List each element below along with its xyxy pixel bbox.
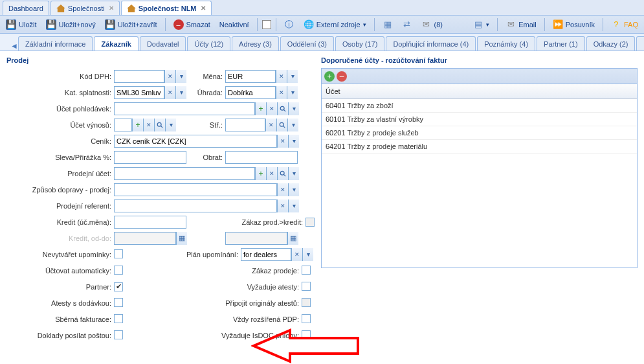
add-row-button[interactable]: + <box>324 71 335 82</box>
tab-supplier[interactable]: Dodavatel <box>140 36 186 51</box>
grid-row[interactable]: 64201 Tržby z prodeje materiálu <box>322 140 637 154</box>
search-icon[interactable] <box>277 167 288 180</box>
scroll-left-button[interactable]: ◄ <box>10 41 18 51</box>
tab-addresses[interactable]: Adresy (3) <box>232 36 279 51</box>
chevron-down-icon[interactable] <box>288 199 299 212</box>
tab-notes[interactable]: Poznámky (4) <box>477 36 535 51</box>
currency-combo[interactable] <box>225 70 276 83</box>
lookup-icon[interactable] <box>132 119 143 131</box>
lookup-icon[interactable] <box>255 102 266 115</box>
column-header-account[interactable]: Účet <box>326 87 340 95</box>
clear-icon[interactable] <box>291 248 302 261</box>
chevron-down-icon[interactable] <box>287 86 298 99</box>
module-tab-companies[interactable]: Společnosti ✕ <box>50 1 120 15</box>
tab-extra-info[interactable]: Doplňující informace (4) <box>386 36 476 51</box>
due-category-combo[interactable] <box>114 86 164 99</box>
grid-button[interactable]: ▦ <box>379 18 396 31</box>
remove-row-button[interactable]: – <box>337 71 347 82</box>
require-certs-checkbox[interactable] <box>302 282 311 291</box>
turnover-field[interactable] <box>225 151 298 164</box>
chevron-down-icon[interactable] <box>175 86 186 99</box>
auto-accounting-checkbox[interactable] <box>114 266 123 275</box>
tab-basic-info[interactable]: Základní informace <box>18 36 93 51</box>
docs-by-post-checkbox[interactable] <box>114 330 123 339</box>
require-isdoc-checkbox[interactable] <box>302 330 311 339</box>
chevron-down-icon[interactable] <box>287 119 298 131</box>
external-sources-button[interactable]: 🌐 Externí zdroje ▾ <box>300 18 370 31</box>
vat-code-combo[interactable] <box>114 70 164 83</box>
no-reminders-checkbox[interactable] <box>114 249 123 258</box>
clear-icon[interactable] <box>164 70 175 83</box>
tab-customer[interactable]: Zákazník <box>94 36 138 51</box>
clear-icon[interactable] <box>266 167 277 180</box>
no-sale-checkbox[interactable] <box>302 266 311 275</box>
save-close-button[interactable]: 💾 Uložit+zavřít <box>102 18 161 31</box>
chevron-down-icon[interactable] <box>288 135 299 148</box>
chevron-down-icon[interactable] <box>288 102 299 115</box>
credit-field[interactable] <box>114 216 186 229</box>
calendar-icon[interactable] <box>176 232 187 245</box>
clear-icon[interactable] <box>265 119 276 131</box>
close-icon[interactable]: ✕ <box>109 5 114 12</box>
search-icon[interactable] <box>276 119 287 131</box>
chevron-down-icon[interactable] <box>302 248 313 261</box>
swap-button[interactable]: ⇄ <box>399 18 416 31</box>
clear-icon[interactable] <box>276 86 287 99</box>
mail-inbox-button[interactable]: ✉ (8) <box>418 18 446 31</box>
save-new-button[interactable]: 💾 Uložit+nový <box>43 18 99 31</box>
receivables-account-field[interactable] <box>114 102 255 115</box>
layout-button[interactable]: ▤▾ <box>470 18 493 31</box>
info-button[interactable]: ⓘ <box>281 18 298 31</box>
depot-field[interactable] <box>225 119 265 131</box>
tab-links[interactable]: Odkazy (2) <box>586 36 636 51</box>
tab-persons[interactable]: Osoby (17) <box>335 36 384 51</box>
email-button[interactable]: ✉ Email <box>502 18 540 31</box>
bulk-invoicing-checkbox[interactable] <box>114 314 123 323</box>
reminder-plan-combo[interactable] <box>241 248 291 261</box>
delete-button[interactable]: – Smazat <box>170 18 214 31</box>
module-tab-dashboard[interactable]: Dashboard <box>3 1 49 15</box>
clear-icon[interactable] <box>143 119 154 131</box>
tab-accounts[interactable]: Účty (12) <box>187 36 230 51</box>
grid-row[interactable]: 60201 Tržby z prodeje služeb <box>322 126 637 140</box>
faq-button[interactable]: ? FAQ <box>608 18 641 31</box>
revenue-account-field[interactable] <box>114 119 132 131</box>
close-icon[interactable]: ✕ <box>201 5 206 12</box>
chevron-down-icon[interactable] <box>288 167 299 180</box>
grid-row[interactable]: 60401 Tržby za zboží <box>322 99 637 113</box>
chevron-down-icon[interactable] <box>287 70 298 83</box>
credit-from-field[interactable] <box>114 232 176 245</box>
discount-field[interactable] <box>114 151 186 164</box>
pricelist-combo[interactable] <box>114 135 277 148</box>
chevron-down-icon[interactable] <box>175 70 186 83</box>
chevron-down-icon[interactable] <box>165 119 176 131</box>
clear-icon[interactable] <box>266 102 277 115</box>
chevron-down-icon[interactable] <box>288 183 299 196</box>
tab-inca[interactable]: Inca <box>636 36 644 51</box>
clear-icon[interactable] <box>277 183 288 196</box>
calendar-icon[interactable] <box>287 232 298 245</box>
search-icon[interactable] <box>154 119 165 131</box>
toolbar-checkbox[interactable] <box>262 20 271 29</box>
clear-icon[interactable] <box>276 70 287 83</box>
search-icon[interactable] <box>277 102 288 115</box>
clear-icon[interactable] <box>277 199 288 212</box>
clear-icon[interactable] <box>164 86 175 99</box>
sales-referent-combo[interactable] <box>114 199 277 212</box>
credit-to-field[interactable] <box>225 232 287 245</box>
lookup-icon[interactable] <box>255 167 266 180</box>
ship-mode-combo[interactable] <box>114 183 277 196</box>
inactive-toggle[interactable]: Neaktivní <box>216 19 252 30</box>
tab-partner[interactable]: Partner (1) <box>537 36 585 51</box>
module-tab-company-detail[interactable]: Společnost: NLM ✕ <box>121 1 212 15</box>
payment-combo[interactable] <box>225 86 276 99</box>
partner-checkbox[interactable] <box>114 282 123 291</box>
sales-account-field[interactable] <box>114 167 255 180</box>
tab-departments[interactable]: Oddělení (3) <box>280 36 334 51</box>
grid-row[interactable]: 60101 Tržby za vlastní výrobky <box>322 113 637 126</box>
always-pdp-checkbox[interactable] <box>302 314 311 323</box>
certs-with-delivery-checkbox[interactable] <box>114 298 123 307</box>
slider-button[interactable]: ⏩ Posuvník <box>550 18 598 31</box>
clear-icon[interactable] <box>277 135 288 148</box>
save-button[interactable]: 💾 Uložit <box>3 18 40 31</box>
